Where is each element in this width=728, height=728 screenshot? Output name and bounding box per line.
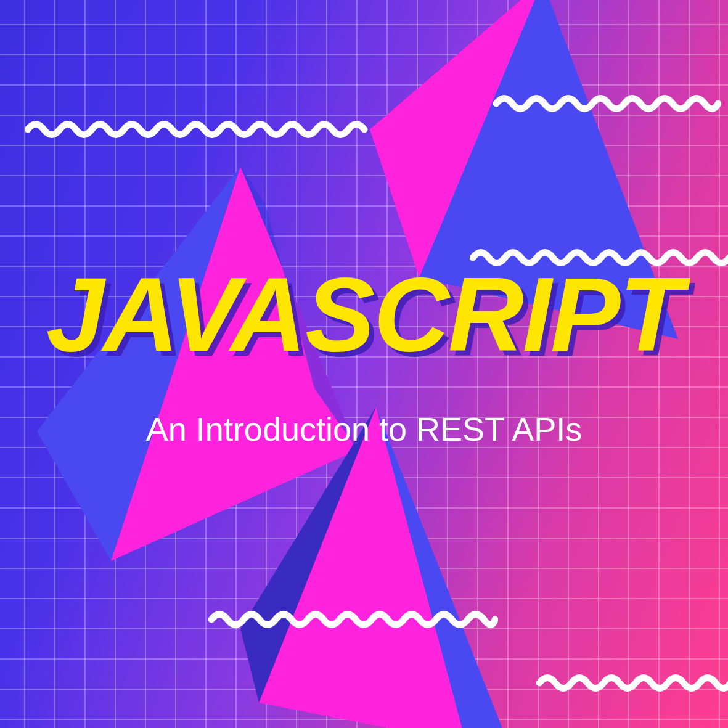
pyramid-top-right bbox=[370, 0, 690, 376]
hero-banner: JAVASCRIPT An Introduction to REST APIs bbox=[0, 0, 728, 728]
squiggle-top-left bbox=[25, 117, 370, 142]
squiggle-bottom-center bbox=[208, 607, 498, 632]
squiggle-top-right bbox=[493, 91, 721, 116]
pyramid-bottom bbox=[240, 407, 524, 728]
squiggle-mid-right bbox=[470, 245, 728, 270]
squiggle-bottom-right bbox=[536, 671, 728, 695]
